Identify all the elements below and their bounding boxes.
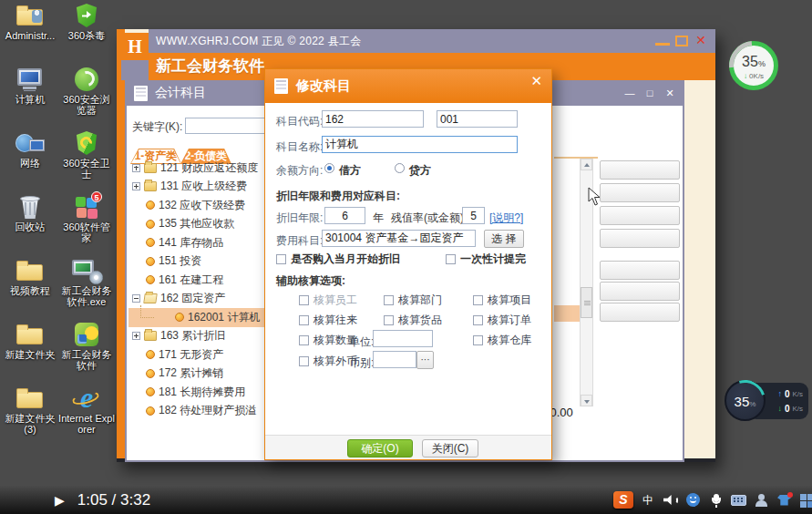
account-icon[interactable] [754, 492, 770, 509]
network-monitor-ball[interactable]: 35% ↓ 0K/s [729, 41, 778, 90]
tree-item-162001[interactable]: 162001 计算机 [128, 308, 283, 327]
desktop-icon-label: Internet Explorer [58, 413, 115, 436]
unit-input[interactable] [373, 330, 433, 347]
tree-item-121[interactable]: 121 财政应返还额度 [128, 159, 283, 178]
tree-expander-icon[interactable] [132, 164, 140, 172]
desktop-icon-image [14, 66, 46, 93]
close-icon[interactable]: ✕ [694, 35, 708, 47]
tree-expander-icon[interactable] [132, 332, 140, 340]
checkbox-accounting-goods[interactable]: 核算货品 [384, 313, 442, 328]
checkbox-accounting-project[interactable]: 核算项目 [473, 293, 531, 308]
microphone-icon[interactable] [708, 492, 725, 509]
tree-item-161[interactable]: 161 在建工程 [128, 271, 283, 290]
close-icon[interactable]: ✕ [664, 87, 675, 98]
tree-item-182[interactable]: 182 待处理财产损溢 [128, 402, 283, 421]
close-icon[interactable]: ✕ [530, 73, 542, 89]
desktop-icon-administrator-folder[interactable]: Administr... [2, 2, 58, 66]
desktop-icon-internet-explorer[interactable]: Internet Explorer [58, 385, 115, 448]
desktop-icon-image [14, 321, 46, 348]
desktop-icon-360-software-manager[interactable]: 5 360软件管家 [58, 193, 115, 257]
credit-radio[interactable] [395, 163, 405, 173]
desktop-icon-finance-setup-exe[interactable]: 新工会财务软件.exe [58, 257, 115, 321]
keyword-input[interactable] [185, 118, 265, 134]
scroll-up-icon[interactable] [581, 159, 592, 170]
select-expense-button[interactable]: 选 择 [484, 230, 524, 248]
tree-item-172[interactable]: 172 累计摊销 [128, 365, 283, 384]
network-monitor-panel[interactable]: ↑0K/s ↓0K/s 35% [725, 380, 808, 422]
tree-item-171[interactable]: 171 无形资产 [128, 345, 283, 365]
checkbox-accounting-department[interactable]: 核算部门 [384, 293, 442, 308]
explanation-link[interactable]: [说明?] [489, 211, 523, 226]
checkbox-accounting-orders[interactable]: 核算订单 [473, 313, 531, 328]
depreciation-years-input[interactable] [324, 207, 365, 224]
sogou-logo-icon[interactable]: S [613, 491, 633, 509]
desktop-icon-recycle-bin[interactable]: 回收站 [2, 193, 58, 257]
modify-subject-button[interactable] [600, 206, 680, 225]
minimize-icon[interactable]: — [624, 87, 635, 98]
tree-item-181[interactable]: 181 长期待摊费用 [128, 383, 283, 402]
desktop-icon-new-folder[interactable]: 新建文件夹 [2, 321, 58, 385]
tree-item-135[interactable]: 135 其他应收款 [128, 215, 283, 234]
batch-copy-subject-button[interactable] [600, 261, 680, 280]
tree-item-132[interactable]: 132 应收下级经费 [128, 196, 283, 215]
memory-percent-ball[interactable]: 35% [725, 380, 766, 421]
minimize-icon[interactable] [655, 36, 670, 46]
tree-item-151[interactable]: 151 投资 [128, 252, 283, 272]
desktop-icon-new-folder-3[interactable]: 新建文件夹(3) [2, 385, 58, 448]
desktop-icon-360-browser[interactable]: 360安全浏览器 [58, 66, 115, 129]
expense-subject-input[interactable] [322, 230, 476, 247]
soft-keyboard-icon[interactable] [731, 492, 747, 509]
desktop-icon-grid: Administr... 360杀毒 计算机 360安全浏览器 网络 [2, 2, 115, 448]
toolbox-icon[interactable] [799, 492, 812, 509]
maximize-icon[interactable]: □ [644, 87, 655, 98]
currency-picker-button[interactable]: ··· [416, 351, 434, 369]
start-depreciation-checkbox[interactable]: 是否购入当月开始折旧 [276, 252, 400, 267]
desktop-icon-360-antivirus[interactable]: 360杀毒 [58, 2, 115, 66]
add-child-subject-button[interactable] [600, 183, 680, 202]
subject-name-input[interactable] [322, 136, 518, 153]
tree-expander-icon[interactable] [132, 182, 140, 190]
tree-item-163[interactable]: 163 累计折旧 [128, 327, 283, 346]
emoji-icon[interactable] [685, 492, 702, 509]
desktop-icon-image [14, 193, 46, 221]
checkbox-accounting-employee[interactable]: 核算员工 [299, 293, 357, 308]
desktop-icon-computer[interactable]: 计算机 [2, 66, 58, 129]
input-language-icon[interactable]: 中 [640, 492, 656, 509]
tree-item-131[interactable]: 131 应收上级经费 [128, 178, 283, 197]
one-time-accrual-checkbox[interactable]: 一次性计提完 [446, 252, 526, 267]
play-icon[interactable]: ▶ [55, 493, 65, 508]
up-arrow-icon: ↑ [777, 389, 782, 398]
residual-rate-input[interactable] [462, 207, 485, 224]
desktop-icon-label: 360安全浏览器 [58, 94, 115, 117]
desktop-icon-360-safeguard[interactable]: 360安全卫士 [58, 129, 115, 193]
delete-subject-button[interactable] [600, 229, 680, 248]
scrollbar-thumb[interactable] [581, 287, 592, 318]
cancel-button[interactable]: 关闭(C) [422, 439, 478, 457]
tree-expander-icon[interactable] [132, 294, 140, 303]
speaker-icon[interactable] [663, 492, 679, 509]
tree-node-icon [146, 238, 155, 247]
credit-label: 贷方 [409, 163, 431, 179]
tree-node-icon [144, 331, 157, 341]
checkbox-accounting-warehouse[interactable]: 核算仓库 [473, 333, 531, 348]
maximize-icon[interactable] [675, 36, 688, 46]
down-arrow-icon: ↓ [744, 72, 747, 80]
down-arrow-icon: ↓ [777, 404, 782, 413]
subject-code-input-2[interactable] [437, 110, 518, 128]
scroll-down-icon[interactable] [581, 395, 592, 406]
ok-button[interactable]: 确定(O) [347, 439, 413, 457]
skin-icon[interactable] [776, 492, 793, 509]
tree-item-141[interactable]: 141 库存物品 [128, 233, 283, 252]
add-sibling-subject-button[interactable] [600, 160, 680, 180]
desktop-icon-video-tutorial-folder[interactable]: 视频教程 [2, 257, 58, 321]
debit-radio[interactable] [324, 163, 334, 173]
playback-time: 1:05 / 3:32 [77, 491, 150, 509]
subject-code-input-1[interactable] [322, 110, 424, 128]
desktop-icon-network[interactable]: 网络 [2, 129, 58, 193]
depreciation-section-title: 折旧年限和费用对应科目: [276, 189, 400, 204]
currency-input[interactable] [373, 351, 416, 368]
batch-delete-subject-button[interactable] [600, 282, 680, 301]
desktop-icon-finance-app[interactable]: 新工会财务软件 [58, 321, 115, 385]
checkbox-accounting-contacts[interactable]: 核算往来 [299, 313, 357, 328]
subject-detail-ledger-button[interactable] [600, 303, 680, 322]
